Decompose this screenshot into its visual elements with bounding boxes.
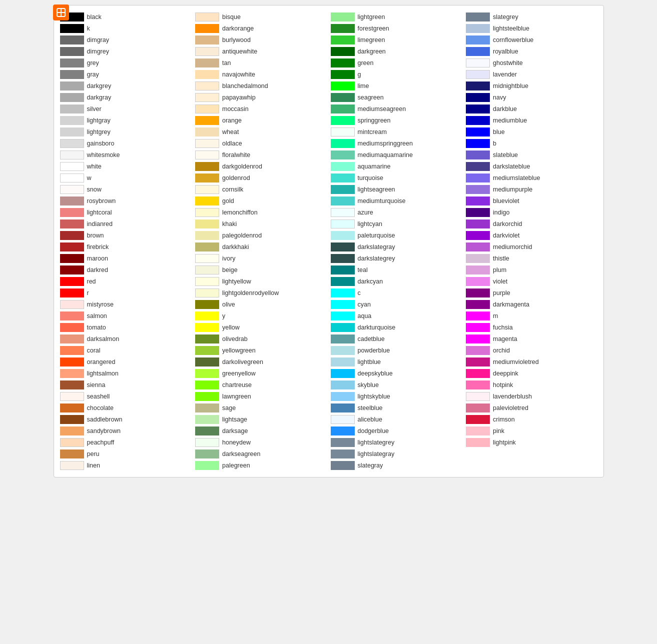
color-swatch [331, 415, 355, 424]
color-swatch [60, 334, 84, 344]
color-row: coral [60, 345, 192, 356]
color-row: lemonchiffon [195, 207, 327, 218]
color-name-label: goldenrod [222, 174, 250, 182]
color-name-label: darkslateblue [493, 163, 530, 170]
color-name-label: mediumspringgreen [358, 140, 413, 147]
color-swatch [466, 12, 490, 22]
color-row: lightseagreen [331, 184, 462, 195]
color-row: red [60, 276, 192, 287]
color-row: mintcream [331, 126, 462, 138]
column-1: bisquedarkorangeburlywoodantiquewhitetan… [193, 12, 329, 471]
color-row: peachpuff [60, 437, 192, 448]
color-swatch [195, 266, 219, 274]
color-row: navy [466, 92, 597, 103]
color-name-label: cornsilk [222, 186, 243, 193]
color-row: cornflowerblue [466, 34, 597, 46]
color-row: hotpink [466, 380, 597, 390]
color-row: darkgray [60, 92, 192, 103]
color-row: olive [195, 299, 327, 310]
color-row: firebrick [60, 242, 192, 252]
color-row: aliceblue [331, 414, 462, 425]
color-name-label: c [358, 290, 361, 296]
color-swatch [60, 220, 84, 228]
color-row: darkslategray [331, 242, 462, 252]
color-swatch [195, 162, 219, 171]
color-name-label: forestgreen [358, 25, 389, 32]
color-swatch [195, 369, 219, 378]
color-row: antiquewhite [195, 46, 327, 57]
color-row: navajowhite [195, 69, 327, 80]
color-swatch [60, 358, 84, 366]
color-name-label: lightskyblue [358, 393, 390, 400]
color-name-label: darkslategray [358, 244, 395, 250]
color-row: mediumslateblue [466, 172, 597, 184]
color-swatch [195, 415, 219, 424]
color-name-label: hotpink [493, 382, 513, 388]
color-name-label: peachpuff [87, 439, 115, 446]
color-swatch [60, 128, 84, 136]
color-swatch [331, 254, 355, 263]
color-name-label: g [358, 71, 361, 78]
color-swatch [195, 450, 219, 458]
color-row: limegreen [331, 34, 462, 46]
color-swatch [331, 36, 355, 44]
color-row: beige [195, 264, 327, 276]
color-row: lavenderblush [466, 391, 597, 402]
color-row: darkslategrey [331, 253, 462, 264]
color-swatch [466, 104, 490, 114]
color-swatch [331, 93, 355, 102]
color-name-label: palegoldenrod [222, 232, 262, 239]
color-name-label: salmon [87, 312, 107, 320]
color-swatch [60, 82, 84, 90]
color-name-label: olivedrab [222, 336, 248, 342]
color-row: khaki [195, 218, 327, 230]
color-name-label: darkturquoise [358, 324, 396, 331]
color-swatch [60, 300, 84, 309]
color-row: green [331, 58, 462, 68]
color-row: magenta [466, 334, 597, 344]
color-row: sage [195, 402, 327, 414]
color-name-label: powderblue [358, 347, 390, 354]
color-name-label: lavender [493, 71, 517, 78]
color-name-label: sage [222, 404, 236, 412]
color-swatch [331, 12, 355, 22]
color-name-label: maroon [87, 255, 108, 262]
color-swatch [60, 369, 84, 378]
color-swatch [60, 185, 84, 194]
color-name-label: palegreen [222, 462, 250, 469]
color-swatch [60, 150, 84, 160]
color-row: lightcyan [331, 218, 462, 230]
color-row: midnightblue [466, 80, 597, 92]
color-name-label: mediumseagreen [358, 106, 406, 112]
color-swatch [195, 58, 219, 68]
color-row: peru [60, 448, 192, 460]
color-row: floralwhite [195, 150, 327, 160]
color-name-label: oldlace [222, 140, 242, 147]
color-swatch [331, 162, 355, 171]
color-row: palegreen [195, 460, 327, 471]
color-name-label: ivory [222, 255, 235, 262]
color-name-label: peru [87, 450, 100, 458]
color-name-label: navy [493, 94, 506, 101]
color-row: slategray [331, 460, 462, 471]
color-row: crimson [466, 414, 597, 425]
color-name-label: honeydew [222, 439, 251, 446]
color-swatch [331, 242, 355, 252]
color-name-label: chartreuse [222, 382, 252, 388]
color-swatch [331, 392, 355, 401]
color-row: mistyrose [60, 299, 192, 310]
color-name-label: red [87, 278, 96, 285]
color-swatch [195, 93, 219, 102]
color-name-label: darkorange [222, 25, 254, 32]
color-row: lightgray [60, 115, 192, 126]
color-name-label: chocolate [87, 404, 114, 412]
corner-icon[interactable] [53, 4, 69, 20]
color-name-label: cornflowerblue [493, 36, 533, 44]
color-name-label: deepskyblue [358, 370, 393, 377]
color-row: fuchsia [466, 322, 597, 333]
color-name-label: blue [493, 128, 505, 136]
color-row: powderblue [331, 345, 462, 356]
color-swatch [466, 426, 490, 436]
color-name-label: teal [358, 266, 368, 274]
color-swatch [331, 231, 355, 240]
